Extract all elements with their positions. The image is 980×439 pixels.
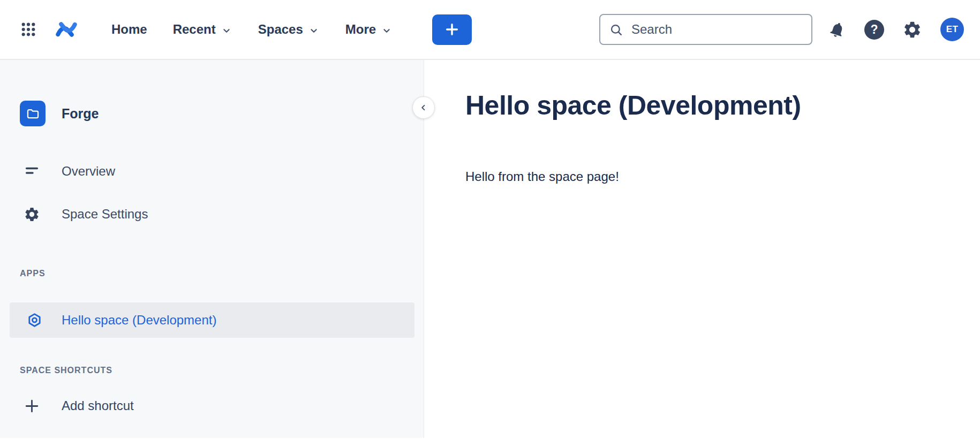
confluence-logo[interactable] <box>54 18 79 41</box>
create-button[interactable] <box>432 14 472 45</box>
page-body-text: Hello from the space page! <box>465 169 980 184</box>
avatar-initials: ET <box>946 24 959 35</box>
folder-icon <box>26 107 40 121</box>
settings-button[interactable] <box>902 20 922 40</box>
nav-item-label: Spaces <box>258 22 303 37</box>
app-hexagon-icon <box>26 312 43 329</box>
sidebar-item-label: Overview <box>62 164 115 179</box>
notifications-button[interactable] <box>828 21 846 39</box>
sidebar-item-label: Space Settings <box>62 207 148 222</box>
search-icon <box>609 22 623 37</box>
chevron-down-icon <box>221 25 232 36</box>
gear-icon <box>24 206 40 223</box>
nav-item-more[interactable]: More <box>333 14 405 45</box>
page-title: Hello space (Development) <box>465 90 980 121</box>
space-name: Forge <box>62 106 99 122</box>
primary-nav: Home Recent Spaces More <box>99 14 405 45</box>
space-sidebar: Forge Overview Space Settings APPS Hello… <box>0 60 424 438</box>
space-avatar <box>20 101 46 126</box>
nav-item-label: More <box>345 22 376 37</box>
sidebar-item-label: Add shortcut <box>62 398 134 413</box>
top-navigation-bar: Home Recent Spaces More <box>0 0 980 60</box>
app-switcher-grid-icon <box>20 21 37 38</box>
nav-item-label: Recent <box>173 22 216 37</box>
sidebar-item-add-shortcut[interactable]: Add shortcut <box>0 391 424 421</box>
space-header[interactable]: Forge <box>20 99 424 128</box>
main-content: Hello space (Development) Hello from the… <box>424 60 980 438</box>
page-layout: Forge Overview Space Settings APPS Hello… <box>0 60 980 438</box>
user-avatar[interactable]: ET <box>940 18 964 41</box>
chevron-left-icon <box>418 102 429 113</box>
nav-item-home[interactable]: Home <box>99 14 160 45</box>
sidebar-item-label: Hello space (Development) <box>62 313 216 328</box>
nav-item-recent[interactable]: Recent <box>160 14 245 45</box>
sidebar-item-space-settings[interactable]: Space Settings <box>0 199 424 229</box>
help-button[interactable]: ? <box>864 20 884 40</box>
nav-item-label: Home <box>111 22 147 37</box>
chevron-down-icon <box>381 25 393 36</box>
app-switcher-button[interactable] <box>16 17 41 42</box>
plus-icon <box>443 21 461 38</box>
question-mark-icon: ? <box>870 22 878 37</box>
sidebar-section-apps: APPS <box>0 268 424 279</box>
sidebar-item-hello-space-app[interactable]: Hello space (Development) <box>10 302 414 338</box>
settings-gear-icon <box>902 20 922 40</box>
topbar-actions: ? ET <box>828 18 964 41</box>
plus-icon <box>24 398 40 414</box>
sidebar-section-space-shortcuts: SPACE SHORTCUTS <box>0 365 424 376</box>
search-input[interactable] <box>630 21 803 37</box>
notifications-bell-icon <box>826 18 849 41</box>
chevron-down-icon <box>308 25 320 36</box>
nav-item-spaces[interactable]: Spaces <box>245 14 333 45</box>
sidebar-item-overview[interactable]: Overview <box>0 156 424 186</box>
overview-lines-icon <box>24 163 40 180</box>
search-box[interactable] <box>599 14 812 45</box>
sidebar-collapse-button[interactable] <box>412 96 435 119</box>
